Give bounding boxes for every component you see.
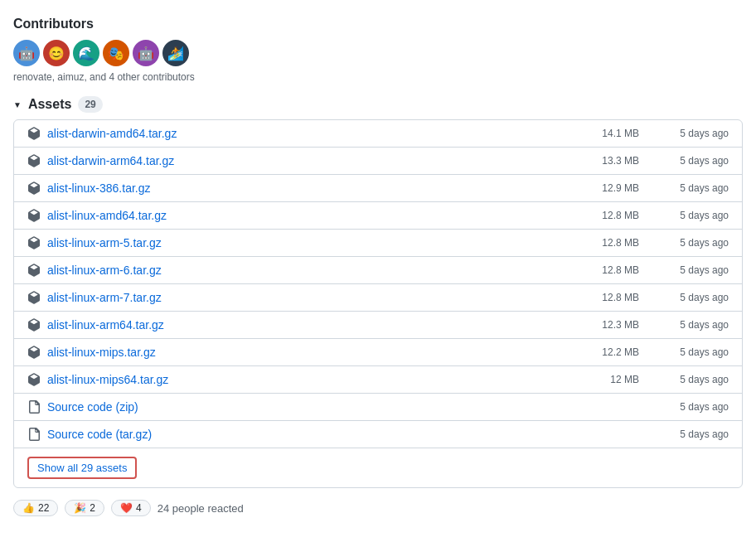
asset-size: 12.8 MB bbox=[573, 292, 639, 303]
asset-time: 5 days ago bbox=[646, 128, 729, 139]
asset-row-9: alist-linux-mips64.tar.gz12 MB5 days ago bbox=[14, 366, 742, 394]
package-icon bbox=[27, 127, 41, 140]
asset-row-10: Source code (zip)5 days ago bbox=[14, 394, 742, 421]
asset-time: 5 days ago bbox=[646, 237, 729, 249]
contributor-avatar-5[interactable]: 🏄 bbox=[162, 40, 189, 66]
asset-time: 5 days ago bbox=[646, 155, 729, 167]
asset-name-link[interactable]: Source code (zip) bbox=[47, 400, 566, 414]
reaction-button-2[interactable]: ❤️4 bbox=[111, 500, 151, 516]
reaction-count: 2 bbox=[90, 502, 95, 514]
package-icon bbox=[27, 346, 41, 359]
asset-size: 12.8 MB bbox=[573, 264, 639, 276]
asset-name-link[interactable]: alist-linux-arm64.tar.gz bbox=[47, 318, 566, 331]
contributor-avatar-0[interactable]: 🤖 bbox=[13, 40, 40, 66]
show-all-button[interactable]: Show all 29 assets bbox=[27, 457, 137, 479]
asset-row-6: alist-linux-arm-7.tar.gz12.8 MB5 days ag… bbox=[14, 284, 742, 312]
source-code-icon bbox=[27, 428, 41, 441]
package-icon bbox=[27, 318, 41, 331]
asset-time: 5 days ago bbox=[646, 182, 729, 194]
source-code-icon bbox=[27, 400, 41, 414]
asset-time: 5 days ago bbox=[646, 319, 729, 331]
asset-row-2: alist-linux-386.tar.gz12.9 MB5 days ago bbox=[14, 175, 742, 202]
assets-title: Assets bbox=[28, 97, 71, 112]
contributor-avatar-2[interactable]: 🌊 bbox=[73, 40, 99, 66]
asset-size: 12.8 MB bbox=[573, 237, 639, 249]
chevron-icon: ▼ bbox=[13, 100, 22, 109]
asset-size: 12.2 MB bbox=[573, 346, 639, 358]
assets-count-badge: 29 bbox=[78, 96, 102, 113]
asset-row-8: alist-linux-mips.tar.gz12.2 MB5 days ago bbox=[14, 339, 742, 366]
package-icon bbox=[27, 154, 41, 167]
asset-row-0: alist-darwin-amd64.tar.gz14.1 MB5 days a… bbox=[14, 120, 742, 148]
asset-row-1: alist-darwin-arm64.tar.gz13.3 MB5 days a… bbox=[14, 148, 742, 175]
asset-time: 5 days ago bbox=[646, 264, 729, 276]
reaction-button-0[interactable]: 👍22 bbox=[13, 500, 58, 516]
asset-time: 5 days ago bbox=[646, 210, 729, 221]
asset-row-5: alist-linux-arm-6.tar.gz12.8 MB5 days ag… bbox=[14, 257, 742, 284]
asset-name-link[interactable]: alist-linux-386.tar.gz bbox=[47, 181, 566, 195]
reaction-count: 22 bbox=[38, 502, 49, 514]
asset-time: 5 days ago bbox=[646, 428, 729, 440]
asset-name-link[interactable]: alist-linux-arm-7.tar.gz bbox=[47, 291, 566, 304]
contributor-avatar-1[interactable]: 😊 bbox=[43, 40, 70, 66]
asset-row-7: alist-linux-arm64.tar.gz12.3 MB5 days ag… bbox=[14, 312, 742, 339]
package-icon bbox=[27, 209, 41, 222]
asset-time: 5 days ago bbox=[646, 346, 729, 358]
package-icon bbox=[27, 181, 41, 195]
reaction-emoji: 👍 bbox=[22, 502, 35, 514]
asset-size: 12.3 MB bbox=[573, 319, 639, 331]
contributors-section: Contributors 🤖😊🌊🎭🤖🏄 renovate, aimuz, and… bbox=[13, 17, 743, 83]
asset-name-link[interactable]: alist-linux-mips64.tar.gz bbox=[47, 373, 566, 386]
package-icon bbox=[27, 264, 41, 277]
package-icon bbox=[27, 373, 41, 386]
asset-time: 5 days ago bbox=[646, 401, 729, 413]
assets-section: ▼ Assets 29 alist-darwin-amd64.tar.gz14.… bbox=[13, 96, 743, 488]
package-icon bbox=[27, 291, 41, 304]
reactions-row: 👍22🎉2❤️424 people reacted bbox=[13, 500, 743, 516]
reaction-emoji: ❤️ bbox=[120, 502, 133, 514]
reaction-emoji: 🎉 bbox=[74, 502, 86, 514]
avatars-list: 🤖😊🌊🎭🤖🏄 bbox=[13, 40, 743, 66]
reactions-text: 24 people reacted bbox=[158, 502, 244, 515]
reaction-count: 4 bbox=[136, 502, 142, 514]
asset-size: 12.9 MB bbox=[573, 182, 639, 194]
asset-name-link[interactable]: alist-linux-mips.tar.gz bbox=[47, 346, 566, 359]
asset-size: 13.3 MB bbox=[573, 155, 639, 167]
asset-time: 5 days ago bbox=[646, 374, 729, 385]
asset-row-3: alist-linux-amd64.tar.gz12.8 MB5 days ag… bbox=[14, 202, 742, 230]
assets-header[interactable]: ▼ Assets 29 bbox=[13, 96, 743, 113]
asset-name-link[interactable]: alist-linux-arm-6.tar.gz bbox=[47, 264, 566, 277]
asset-row-4: alist-linux-arm-5.tar.gz12.8 MB5 days ag… bbox=[14, 230, 742, 257]
asset-time: 5 days ago bbox=[646, 292, 729, 303]
show-all-row: Show all 29 assets bbox=[14, 448, 742, 487]
asset-size: 12 MB bbox=[573, 374, 639, 385]
asset-row-11: Source code (tar.gz)5 days ago bbox=[14, 421, 742, 448]
asset-name-link[interactable]: alist-darwin-arm64.tar.gz bbox=[47, 154, 566, 167]
reaction-button-1[interactable]: 🎉2 bbox=[65, 500, 104, 516]
asset-name-link[interactable]: alist-darwin-amd64.tar.gz bbox=[47, 127, 566, 140]
asset-size: 14.1 MB bbox=[573, 128, 639, 139]
contributor-avatar-4[interactable]: 🤖 bbox=[133, 40, 159, 66]
asset-size: 12.8 MB bbox=[573, 210, 639, 221]
contributors-text: renovate, aimuz, and 4 other contributor… bbox=[13, 71, 743, 83]
contributors-title: Contributors bbox=[13, 17, 743, 31]
package-icon bbox=[27, 236, 41, 249]
asset-name-link[interactable]: alist-linux-amd64.tar.gz bbox=[47, 209, 566, 222]
contributor-avatar-3[interactable]: 🎭 bbox=[103, 40, 129, 66]
asset-name-link[interactable]: Source code (tar.gz) bbox=[47, 428, 566, 441]
asset-name-link[interactable]: alist-linux-arm-5.tar.gz bbox=[47, 236, 566, 249]
assets-table: alist-darwin-amd64.tar.gz14.1 MB5 days a… bbox=[13, 119, 743, 488]
